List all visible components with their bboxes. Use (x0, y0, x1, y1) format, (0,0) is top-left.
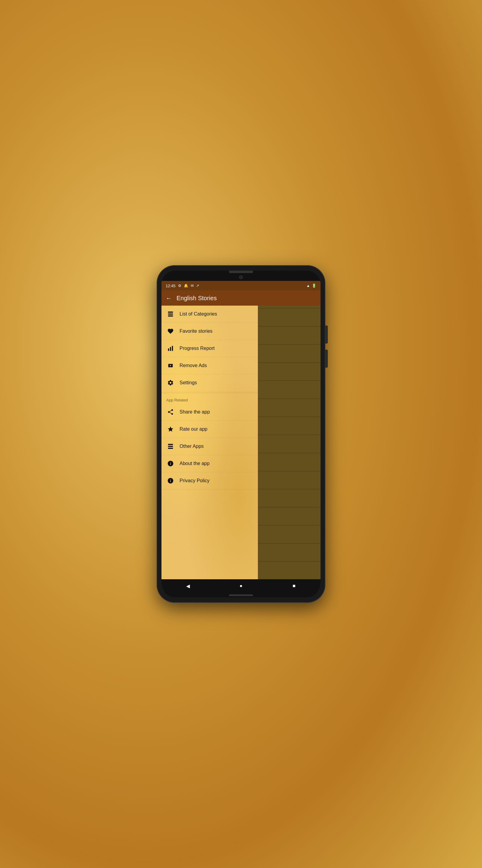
svg-rect-1 (168, 313, 173, 315)
status-time: 12:45 (166, 284, 175, 288)
app-bar: ← English Stories (161, 290, 321, 306)
notification-status-icon: 🔔 (184, 284, 188, 288)
menu-item-share-app[interactable]: Share the app (161, 404, 258, 421)
rate-app-icon (166, 425, 175, 433)
svg-rect-2 (168, 315, 173, 317)
app-related-header: App Related (161, 394, 258, 404)
progress-report-icon (166, 344, 175, 352)
other-apps-label: Other Apps (180, 444, 204, 449)
privacy-policy-label: Privacy Policy (180, 478, 210, 484)
menu-item-favorite-stories[interactable]: Favorite stories (161, 323, 258, 340)
svg-rect-6 (168, 444, 173, 445)
menu-item-remove-ads[interactable]: Remove Ads (161, 357, 258, 374)
status-left: 12:45 ⚙ 🔔 ✉ ↗ (166, 284, 199, 288)
progress-report-label: Progress Report (180, 346, 215, 351)
back-button[interactable]: ← (166, 295, 172, 302)
section-divider (161, 393, 258, 393)
menu-item-list-categories[interactable]: List of Categories (161, 306, 258, 323)
phone-device: 12:45 ⚙ 🔔 ✉ ↗ ▲ 🔋 ← English Stories (157, 265, 325, 603)
phone-screen: 12:45 ⚙ 🔔 ✉ ↗ ▲ 🔋 ← English Stories (161, 271, 321, 597)
menu-panel: List of Categories Favorite stories (161, 306, 258, 579)
antenna-status-icon: ↗ (196, 284, 199, 288)
camera-dot (239, 276, 243, 279)
battery-icon: 🔋 (312, 284, 316, 288)
camera-area (161, 276, 321, 279)
settings-label: Settings (180, 380, 197, 385)
speaker (229, 271, 253, 273)
menu-item-about-app[interactable]: About the app (161, 455, 258, 472)
favorite-stories-icon (166, 327, 175, 336)
app-title: English Stories (176, 295, 217, 302)
nav-home-button[interactable]: ● (236, 581, 246, 591)
svg-rect-3 (168, 348, 169, 351)
screen: 12:45 ⚙ 🔔 ✉ ↗ ▲ 🔋 ← English Stories (161, 281, 321, 592)
other-apps-icon (166, 442, 175, 451)
share-app-label: Share the app (180, 409, 210, 415)
about-app-icon (166, 459, 175, 468)
remove-ads-icon (166, 361, 175, 370)
signal-icon: ▲ (307, 284, 310, 288)
list-categories-label: List of Categories (180, 311, 217, 317)
bottom-bar (229, 594, 253, 596)
privacy-policy-icon (166, 476, 175, 485)
menu-item-privacy-policy[interactable]: Privacy Policy (161, 472, 258, 490)
status-right: ▲ 🔋 (307, 284, 316, 288)
nav-bar: ◀ ● ■ (161, 579, 321, 592)
about-app-label: About the app (180, 461, 210, 466)
right-panel (258, 306, 321, 579)
email-status-icon: ✉ (191, 284, 194, 288)
svg-rect-7 (168, 446, 173, 447)
favorite-stories-label: Favorite stories (180, 329, 213, 334)
menu-item-rate-app[interactable]: Rate our app (161, 421, 258, 438)
remove-ads-label: Remove Ads (180, 363, 207, 368)
nav-back-button[interactable]: ◀ (183, 581, 193, 591)
list-categories-icon (166, 310, 175, 318)
svg-rect-4 (170, 347, 171, 351)
status-bar: 12:45 ⚙ 🔔 ✉ ↗ ▲ 🔋 (161, 281, 321, 290)
rate-app-label: Rate our app (180, 427, 207, 432)
svg-rect-0 (168, 312, 173, 313)
settings-status-icon: ⚙ (178, 284, 181, 288)
settings-icon (166, 378, 175, 387)
menu-item-progress-report[interactable]: Progress Report (161, 340, 258, 357)
svg-rect-8 (168, 448, 173, 449)
share-app-icon (166, 408, 175, 416)
menu-item-settings[interactable]: Settings (161, 374, 258, 392)
content-area: List of Categories Favorite stories (161, 306, 321, 579)
menu-item-other-apps[interactable]: Other Apps (161, 438, 258, 455)
nav-recents-button[interactable]: ■ (289, 581, 299, 591)
svg-rect-5 (172, 346, 173, 351)
